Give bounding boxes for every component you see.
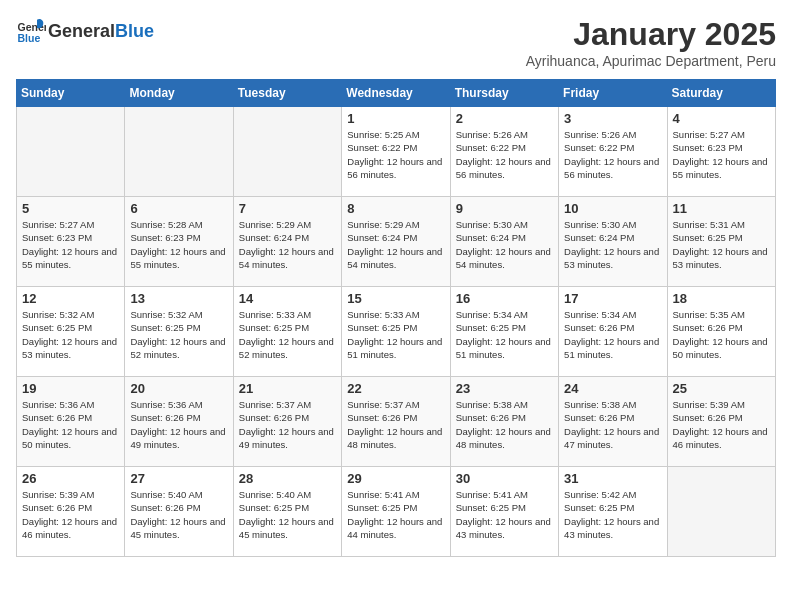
calendar-body: 1Sunrise: 5:25 AMSunset: 6:22 PMDaylight…	[17, 107, 776, 557]
title-section: January 2025 Ayrihuanca, Apurimac Depart…	[526, 16, 776, 69]
calendar-cell: 20Sunrise: 5:36 AMSunset: 6:26 PMDayligh…	[125, 377, 233, 467]
day-number: 14	[239, 291, 336, 306]
day-number: 17	[564, 291, 661, 306]
day-info: Sunrise: 5:32 AMSunset: 6:25 PMDaylight:…	[22, 308, 119, 361]
calendar-cell	[125, 107, 233, 197]
calendar-cell: 19Sunrise: 5:36 AMSunset: 6:26 PMDayligh…	[17, 377, 125, 467]
calendar-cell	[233, 107, 341, 197]
day-number: 26	[22, 471, 119, 486]
day-info: Sunrise: 5:38 AMSunset: 6:26 PMDaylight:…	[564, 398, 661, 451]
calendar-cell	[667, 467, 775, 557]
day-info: Sunrise: 5:29 AMSunset: 6:24 PMDaylight:…	[239, 218, 336, 271]
day-info: Sunrise: 5:25 AMSunset: 6:22 PMDaylight:…	[347, 128, 444, 181]
logo: General Blue GeneralBlue	[16, 16, 154, 46]
day-number: 2	[456, 111, 553, 126]
day-number: 31	[564, 471, 661, 486]
calendar-cell: 29Sunrise: 5:41 AMSunset: 6:25 PMDayligh…	[342, 467, 450, 557]
day-number: 3	[564, 111, 661, 126]
day-info: Sunrise: 5:29 AMSunset: 6:24 PMDaylight:…	[347, 218, 444, 271]
calendar-cell: 31Sunrise: 5:42 AMSunset: 6:25 PMDayligh…	[559, 467, 667, 557]
logo-text: GeneralBlue	[48, 21, 154, 42]
calendar-header-sunday: Sunday	[17, 80, 125, 107]
day-info: Sunrise: 5:33 AMSunset: 6:25 PMDaylight:…	[239, 308, 336, 361]
calendar-header-monday: Monday	[125, 80, 233, 107]
calendar-header-saturday: Saturday	[667, 80, 775, 107]
day-number: 11	[673, 201, 770, 216]
day-info: Sunrise: 5:35 AMSunset: 6:26 PMDaylight:…	[673, 308, 770, 361]
day-number: 20	[130, 381, 227, 396]
day-info: Sunrise: 5:36 AMSunset: 6:26 PMDaylight:…	[130, 398, 227, 451]
calendar-header-tuesday: Tuesday	[233, 80, 341, 107]
day-info: Sunrise: 5:27 AMSunset: 6:23 PMDaylight:…	[22, 218, 119, 271]
day-info: Sunrise: 5:31 AMSunset: 6:25 PMDaylight:…	[673, 218, 770, 271]
day-info: Sunrise: 5:38 AMSunset: 6:26 PMDaylight:…	[456, 398, 553, 451]
calendar-cell: 16Sunrise: 5:34 AMSunset: 6:25 PMDayligh…	[450, 287, 558, 377]
calendar-title: January 2025	[526, 16, 776, 53]
day-number: 8	[347, 201, 444, 216]
day-number: 28	[239, 471, 336, 486]
day-info: Sunrise: 5:36 AMSunset: 6:26 PMDaylight:…	[22, 398, 119, 451]
calendar-cell: 7Sunrise: 5:29 AMSunset: 6:24 PMDaylight…	[233, 197, 341, 287]
calendar-cell: 15Sunrise: 5:33 AMSunset: 6:25 PMDayligh…	[342, 287, 450, 377]
calendar-cell: 23Sunrise: 5:38 AMSunset: 6:26 PMDayligh…	[450, 377, 558, 467]
day-info: Sunrise: 5:34 AMSunset: 6:25 PMDaylight:…	[456, 308, 553, 361]
calendar-cell: 3Sunrise: 5:26 AMSunset: 6:22 PMDaylight…	[559, 107, 667, 197]
day-info: Sunrise: 5:26 AMSunset: 6:22 PMDaylight:…	[456, 128, 553, 181]
calendar-subtitle: Ayrihuanca, Apurimac Department, Peru	[526, 53, 776, 69]
calendar-week-2: 5Sunrise: 5:27 AMSunset: 6:23 PMDaylight…	[17, 197, 776, 287]
day-number: 12	[22, 291, 119, 306]
day-number: 25	[673, 381, 770, 396]
day-number: 6	[130, 201, 227, 216]
calendar-cell: 1Sunrise: 5:25 AMSunset: 6:22 PMDaylight…	[342, 107, 450, 197]
day-number: 22	[347, 381, 444, 396]
svg-text:Blue: Blue	[18, 32, 41, 44]
day-number: 27	[130, 471, 227, 486]
day-number: 5	[22, 201, 119, 216]
calendar-header-friday: Friday	[559, 80, 667, 107]
day-info: Sunrise: 5:39 AMSunset: 6:26 PMDaylight:…	[673, 398, 770, 451]
calendar-week-4: 19Sunrise: 5:36 AMSunset: 6:26 PMDayligh…	[17, 377, 776, 467]
day-number: 10	[564, 201, 661, 216]
day-info: Sunrise: 5:28 AMSunset: 6:23 PMDaylight:…	[130, 218, 227, 271]
day-number: 29	[347, 471, 444, 486]
calendar-cell: 18Sunrise: 5:35 AMSunset: 6:26 PMDayligh…	[667, 287, 775, 377]
calendar-week-3: 12Sunrise: 5:32 AMSunset: 6:25 PMDayligh…	[17, 287, 776, 377]
calendar-week-5: 26Sunrise: 5:39 AMSunset: 6:26 PMDayligh…	[17, 467, 776, 557]
day-info: Sunrise: 5:37 AMSunset: 6:26 PMDaylight:…	[239, 398, 336, 451]
day-number: 19	[22, 381, 119, 396]
calendar-week-1: 1Sunrise: 5:25 AMSunset: 6:22 PMDaylight…	[17, 107, 776, 197]
calendar-cell: 10Sunrise: 5:30 AMSunset: 6:24 PMDayligh…	[559, 197, 667, 287]
calendar-cell: 17Sunrise: 5:34 AMSunset: 6:26 PMDayligh…	[559, 287, 667, 377]
day-number: 16	[456, 291, 553, 306]
day-info: Sunrise: 5:34 AMSunset: 6:26 PMDaylight:…	[564, 308, 661, 361]
day-number: 9	[456, 201, 553, 216]
calendar-cell: 27Sunrise: 5:40 AMSunset: 6:26 PMDayligh…	[125, 467, 233, 557]
calendar-header-thursday: Thursday	[450, 80, 558, 107]
day-number: 23	[456, 381, 553, 396]
day-info: Sunrise: 5:39 AMSunset: 6:26 PMDaylight:…	[22, 488, 119, 541]
calendar-cell: 30Sunrise: 5:41 AMSunset: 6:25 PMDayligh…	[450, 467, 558, 557]
day-number: 30	[456, 471, 553, 486]
calendar-header-row: SundayMondayTuesdayWednesdayThursdayFrid…	[17, 80, 776, 107]
day-number: 4	[673, 111, 770, 126]
calendar-cell: 24Sunrise: 5:38 AMSunset: 6:26 PMDayligh…	[559, 377, 667, 467]
calendar-cell: 2Sunrise: 5:26 AMSunset: 6:22 PMDaylight…	[450, 107, 558, 197]
day-number: 15	[347, 291, 444, 306]
calendar-cell: 28Sunrise: 5:40 AMSunset: 6:25 PMDayligh…	[233, 467, 341, 557]
calendar-cell: 11Sunrise: 5:31 AMSunset: 6:25 PMDayligh…	[667, 197, 775, 287]
calendar-cell: 4Sunrise: 5:27 AMSunset: 6:23 PMDaylight…	[667, 107, 775, 197]
day-info: Sunrise: 5:32 AMSunset: 6:25 PMDaylight:…	[130, 308, 227, 361]
calendar-cell: 5Sunrise: 5:27 AMSunset: 6:23 PMDaylight…	[17, 197, 125, 287]
day-info: Sunrise: 5:40 AMSunset: 6:26 PMDaylight:…	[130, 488, 227, 541]
day-number: 18	[673, 291, 770, 306]
day-info: Sunrise: 5:27 AMSunset: 6:23 PMDaylight:…	[673, 128, 770, 181]
day-info: Sunrise: 5:41 AMSunset: 6:25 PMDaylight:…	[456, 488, 553, 541]
day-info: Sunrise: 5:37 AMSunset: 6:26 PMDaylight:…	[347, 398, 444, 451]
day-info: Sunrise: 5:33 AMSunset: 6:25 PMDaylight:…	[347, 308, 444, 361]
calendar-cell: 25Sunrise: 5:39 AMSunset: 6:26 PMDayligh…	[667, 377, 775, 467]
logo-icon: General Blue	[16, 16, 46, 46]
day-number: 13	[130, 291, 227, 306]
day-info: Sunrise: 5:42 AMSunset: 6:25 PMDaylight:…	[564, 488, 661, 541]
day-info: Sunrise: 5:40 AMSunset: 6:25 PMDaylight:…	[239, 488, 336, 541]
header: General Blue GeneralBlue January 2025 Ay…	[16, 16, 776, 69]
